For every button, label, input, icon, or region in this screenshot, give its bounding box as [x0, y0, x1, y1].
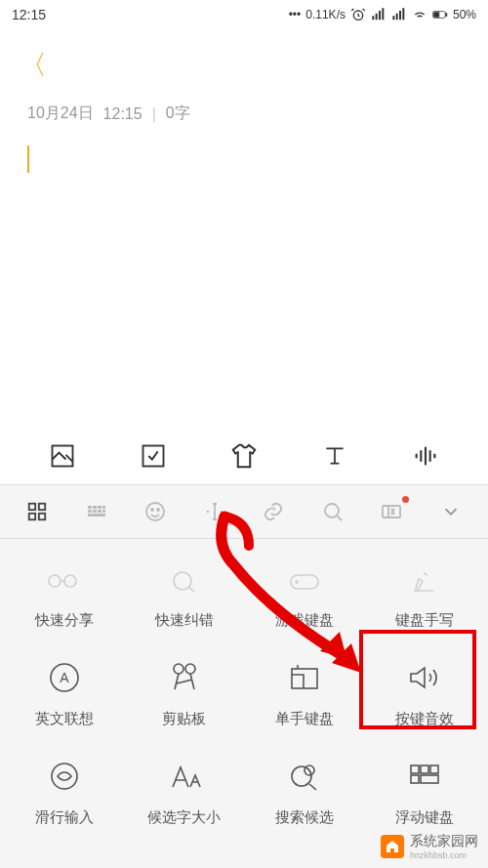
- cursor-icon[interactable]: [201, 498, 228, 525]
- voice-icon[interactable]: [411, 441, 440, 471]
- svg-rect-6: [29, 504, 35, 510]
- chevron-down-icon[interactable]: [437, 498, 465, 525]
- clipboard-icon: [164, 657, 205, 698]
- svg-point-20: [151, 509, 153, 511]
- meta-sep: |: [152, 105, 156, 123]
- text-icon[interactable]: [320, 441, 349, 471]
- onehand-icon: [284, 657, 325, 698]
- wifi-icon: [412, 7, 427, 22]
- svg-rect-10: [88, 506, 92, 509]
- handwrite[interactable]: 键盘手写: [364, 557, 484, 647]
- quick-share[interactable]: 快速分享: [4, 557, 124, 647]
- svg-rect-38: [430, 765, 438, 773]
- settings-panel: 快速分享 快速纠错 游戏键盘 键盘手写 A 英文联想 剪贴板 单手键盘: [0, 539, 488, 868]
- svg-rect-15: [93, 510, 97, 513]
- svg-rect-18: [88, 514, 105, 517]
- svg-point-34: [292, 766, 311, 786]
- panel-label: 按键音效: [395, 710, 454, 728]
- svg-point-31: [185, 664, 195, 674]
- panel-label: 浮动键盘: [395, 808, 454, 827]
- panel-label: 单手键盘: [275, 710, 334, 728]
- english-icon: A: [44, 657, 85, 698]
- svg-rect-8: [29, 514, 35, 519]
- svg-rect-23: [383, 506, 400, 517]
- watermark-sub: hnzkhbsb.com: [410, 850, 478, 860]
- sound-icon: [404, 657, 445, 698]
- candidate-size[interactable]: 候选字大小: [124, 746, 244, 845]
- clipboard[interactable]: 剪贴板: [124, 647, 244, 746]
- svg-rect-32: [292, 669, 317, 688]
- svg-point-22: [325, 504, 339, 517]
- swipe-input[interactable]: 滑行输入: [4, 746, 124, 845]
- svg-point-33: [52, 764, 77, 789]
- editor-toolbar: [0, 428, 488, 484]
- panel-row-2: A 英文联想 剪贴板 单手键盘 按键音效: [0, 647, 488, 746]
- panel-label: 滑行输入: [35, 808, 94, 827]
- search-candidate[interactable]: 搜索候选: [244, 746, 364, 845]
- svg-rect-40: [421, 775, 438, 783]
- watermark: 系统家园网 hnzkhbsb.com: [381, 833, 478, 860]
- handwrite-icon: [404, 560, 445, 601]
- watermark-title: 系统家园网: [410, 833, 478, 848]
- svg-rect-11: [93, 506, 97, 509]
- status-right: ••• 0.11K/s 50%: [289, 7, 476, 22]
- searchcand-icon: [284, 756, 325, 797]
- svg-rect-3: [434, 13, 439, 18]
- checkbox-icon[interactable]: [139, 441, 168, 471]
- panel-row-3: 滑行输入 候选字大小 搜索候选 浮动键盘: [0, 746, 488, 845]
- fontsize-icon: [164, 756, 205, 797]
- back-button[interactable]: 〈: [20, 50, 47, 80]
- net-speed: 0.11K/s: [305, 8, 346, 21]
- panel-label: 剪贴板: [162, 710, 206, 728]
- status-dots: •••: [289, 8, 302, 21]
- note-meta: 10月24日 12:15 | 0字: [0, 92, 488, 136]
- panel-label: 搜索候选: [275, 808, 334, 827]
- image-icon[interactable]: [48, 441, 77, 471]
- svg-rect-14: [88, 510, 92, 513]
- quick-correct[interactable]: 快速纠错: [124, 557, 244, 647]
- editor-area[interactable]: [0, 136, 488, 186]
- floating-keyboard[interactable]: 浮动键盘: [364, 746, 484, 845]
- key-sound[interactable]: 按键音效: [364, 647, 484, 746]
- svg-rect-5: [143, 446, 164, 467]
- signal2-icon: [391, 7, 407, 22]
- ime-toolbar: [0, 484, 488, 539]
- battery-icon: [432, 7, 448, 22]
- panel-label: 英文联想: [35, 710, 94, 728]
- svg-point-25: [64, 575, 76, 587]
- svg-rect-9: [39, 514, 45, 519]
- english-predict[interactable]: A 英文联想: [4, 647, 124, 746]
- coupon-icon[interactable]: [378, 498, 405, 525]
- emoji-icon[interactable]: [142, 498, 169, 525]
- svg-rect-37: [421, 765, 428, 773]
- svg-rect-36: [411, 765, 419, 773]
- watermark-logo: [381, 835, 404, 858]
- correct-icon: [164, 560, 205, 601]
- svg-rect-39: [411, 775, 419, 783]
- svg-point-24: [49, 575, 61, 587]
- game-icon: [284, 560, 325, 601]
- panel-row-1: 快速分享 快速纠错 游戏键盘 键盘手写: [0, 557, 488, 647]
- signal-icon: [371, 7, 386, 22]
- grid-icon[interactable]: [23, 498, 51, 525]
- meta-time: 12:15: [103, 105, 142, 123]
- search-icon[interactable]: [319, 498, 346, 525]
- status-bar: 12:15 ••• 0.11K/s 50%: [0, 0, 488, 29]
- status-time: 12:15: [12, 7, 46, 22]
- panel-label: 快速纠错: [155, 611, 214, 630]
- link-icon[interactable]: [260, 498, 287, 525]
- onehand-keyboard[interactable]: 单手键盘: [244, 647, 364, 746]
- panel-label: 快速分享: [35, 611, 94, 630]
- svg-rect-12: [98, 506, 102, 509]
- svg-rect-13: [102, 506, 105, 509]
- svg-point-19: [146, 503, 164, 520]
- meta-date: 10月24日: [27, 103, 94, 124]
- svg-rect-17: [102, 510, 105, 513]
- game-keyboard[interactable]: 游戏键盘: [244, 557, 364, 647]
- keyboard-icon[interactable]: [83, 498, 110, 525]
- shirt-icon[interactable]: [229, 441, 259, 471]
- alarm-icon: [350, 7, 366, 22]
- text-cursor: [27, 145, 29, 173]
- panel-label: 键盘手写: [395, 611, 454, 630]
- svg-rect-7: [39, 504, 45, 510]
